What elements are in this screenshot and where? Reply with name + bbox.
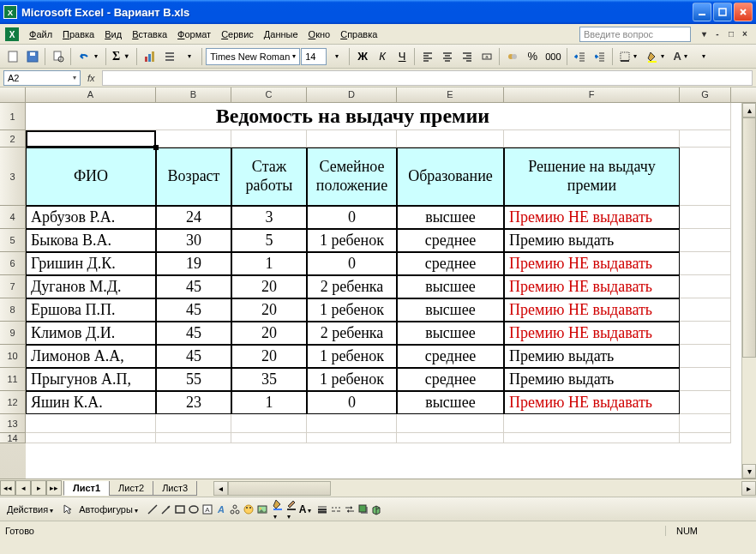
horizontal-scrollbar[interactable]: ◂ ▸ <box>213 481 756 496</box>
cell-B4[interactable]: 24 <box>156 206 231 229</box>
cell-F5[interactable]: Премию выдать <box>504 229 680 252</box>
cell-A5[interactable]: Быкова В.А. <box>26 229 156 252</box>
chart-icon[interactable] <box>141 47 159 66</box>
row-header-2[interactable]: 2 <box>0 130 26 148</box>
arrow-style-icon[interactable] <box>344 503 356 515</box>
cell-E12[interactable]: высшее <box>397 391 504 414</box>
row-header-11[interactable]: 11 <box>0 368 26 391</box>
menu-формат[interactable]: Формат <box>172 27 216 41</box>
sheet-tab-2[interactable]: Лист2 <box>109 481 153 496</box>
cell-F6[interactable]: Премию НЕ выдавать <box>504 252 680 275</box>
cell-A2[interactable] <box>26 130 156 148</box>
column-header-F[interactable]: F <box>504 87 680 102</box>
header-cell-F[interactable]: Решение на выдачу премии <box>504 148 680 206</box>
cell-G8[interactable] <box>680 298 731 322</box>
cell-E2[interactable] <box>397 130 504 148</box>
cell-D11[interactable]: 1 ребенок <box>307 368 397 391</box>
cell-D9[interactable]: 2 ребенка <box>307 322 397 345</box>
currency-icon[interactable] <box>503 47 522 66</box>
vertical-scrollbar[interactable]: ▴ ▾ <box>741 103 756 479</box>
cell-F9[interactable]: Премию НЕ выдавать <box>504 322 680 345</box>
arrow-icon[interactable] <box>160 503 172 515</box>
cell-D13[interactable] <box>307 414 397 433</box>
row-header-8[interactable]: 8 <box>0 298 26 322</box>
row-header-7[interactable]: 7 <box>0 275 26 298</box>
cell-B8[interactable]: 45 <box>156 298 231 322</box>
row-header-6[interactable]: 6 <box>0 252 26 275</box>
toolbar-options-icon[interactable] <box>160 47 179 66</box>
3d-icon[interactable] <box>371 503 383 515</box>
cell-C4[interactable]: 3 <box>231 206 307 229</box>
header-cell-A[interactable]: ФИО <box>26 148 156 206</box>
cell-G11[interactable] <box>680 368 731 391</box>
rectangle-icon[interactable] <box>174 503 186 515</box>
cell-C13[interactable] <box>231 414 307 433</box>
cell-F10[interactable]: Премию выдать <box>504 345 680 368</box>
cell-A9[interactable]: Климов Д.И. <box>26 322 156 345</box>
cell-D2[interactable] <box>307 130 397 148</box>
cell-B13[interactable] <box>156 414 231 433</box>
percent-icon[interactable]: % <box>523 47 542 66</box>
cell-C5[interactable]: 5 <box>231 229 307 252</box>
cell-G13[interactable] <box>680 414 731 433</box>
cell-G4[interactable] <box>680 206 731 229</box>
fill-color-icon[interactable]: ▾ <box>644 47 670 66</box>
column-header-G[interactable]: G <box>680 87 731 102</box>
wordart-icon[interactable]: A <box>215 503 227 515</box>
menu-данные[interactable]: Данные <box>259 27 303 41</box>
cell-G9[interactable] <box>680 322 731 345</box>
cell-B10[interactable]: 45 <box>156 345 231 368</box>
tab-nav-first-icon[interactable]: ◂◂ <box>0 480 15 496</box>
row-header-5[interactable]: 5 <box>0 229 26 252</box>
help-question-input[interactable]: Введите вопрос <box>579 27 691 42</box>
cell-C9[interactable]: 20 <box>231 322 307 345</box>
cell-E7[interactable]: высшее <box>397 275 504 298</box>
comma-icon[interactable]: 000 <box>543 47 563 66</box>
cell-F12[interactable]: Премию НЕ выдавать <box>504 391 680 414</box>
cell-G1[interactable] <box>680 103 731 130</box>
cell-B5[interactable]: 30 <box>156 229 231 252</box>
column-header-D[interactable]: D <box>307 87 397 102</box>
shadow-icon[interactable] <box>357 503 369 515</box>
cell-E8[interactable]: высшее <box>397 298 504 322</box>
menu-справка[interactable]: Справка <box>335 27 382 41</box>
cell-B11[interactable]: 55 <box>156 368 231 391</box>
merge-center-icon[interactable]: a <box>477 47 496 66</box>
header-cell-B[interactable]: Возраст <box>156 148 231 206</box>
line-icon[interactable] <box>147 503 159 515</box>
print-preview-icon[interactable] <box>49 47 68 66</box>
save-icon[interactable] <box>23 47 42 66</box>
cell-D10[interactable]: 1 ребенок <box>307 345 397 368</box>
undo-icon[interactable]: ▾ <box>75 47 103 66</box>
horizontal-scroll-thumb[interactable] <box>228 481 331 496</box>
cell-D12[interactable]: 0 <box>307 391 397 414</box>
textbox-icon[interactable]: A <box>201 503 213 515</box>
italic-button[interactable]: К <box>373 47 392 66</box>
autosum-icon[interactable]: Σ▾ <box>110 47 134 66</box>
name-box[interactable]: A2▾ <box>3 70 81 86</box>
font-name-select[interactable]: Times New Roman▾ <box>206 48 300 65</box>
row-header-4[interactable]: 4 <box>0 206 26 229</box>
cell-F2[interactable] <box>504 130 680 148</box>
font-color-icon[interactable]: А▾ <box>671 47 693 66</box>
cell-F7[interactable]: Премию НЕ выдавать <box>504 275 680 298</box>
cell-E13[interactable] <box>397 414 504 433</box>
cell-A7[interactable]: Дуганов М.Д. <box>26 275 156 298</box>
cell-D6[interactable]: 0 <box>307 252 397 275</box>
cell-E9[interactable]: высшее <box>397 322 504 345</box>
cell-E11[interactable]: среднее <box>397 368 504 391</box>
autoshapes-menu[interactable]: Автофигуры▾ <box>75 504 143 515</box>
select-objects-icon[interactable] <box>62 503 74 515</box>
header-cell-D[interactable]: Семейное положение <box>307 148 397 206</box>
font-size-select[interactable]: 14 <box>301 48 327 65</box>
cell-F14[interactable] <box>504 433 680 443</box>
cell-E5[interactable]: среднее <box>397 229 504 252</box>
cell-F11[interactable]: Премию выдать <box>504 368 680 391</box>
doc-minimize-button[interactable]: ▾ <box>698 28 710 40</box>
close-button[interactable] <box>734 3 753 21</box>
minimize-button[interactable] <box>693 3 711 21</box>
menu-окно[interactable]: Окно <box>303 27 336 41</box>
menu-вставка[interactable]: Вставка <box>127 27 172 41</box>
row-header-9[interactable]: 9 <box>0 322 26 345</box>
cell-C11[interactable]: 35 <box>231 368 307 391</box>
